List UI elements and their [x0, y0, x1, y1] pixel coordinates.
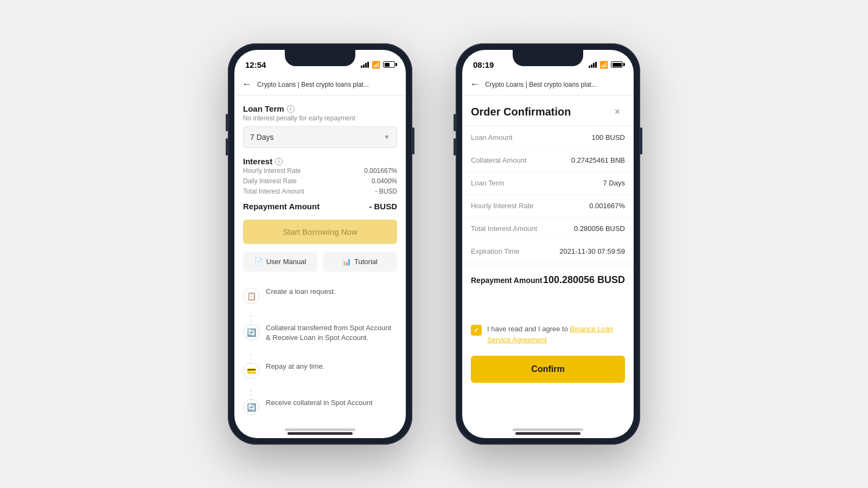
home-indicator-1 [285, 428, 355, 431]
hourly-rate-detail-value: 0.001667% [589, 202, 625, 210]
url-bar-1: Crypto Loans | Best crypto loans plat... [257, 81, 398, 88]
modal-header: Order Confirmation × [462, 95, 634, 126]
collateral-amount-row: Collateral Amount 0.27425461 BNB [462, 149, 634, 172]
tutorial-icon: 📊 [342, 258, 351, 266]
time-2: 08:19 [473, 60, 494, 69]
loan-amount-row: Loan Amount 100 BUSD [462, 126, 634, 149]
phone2-power [640, 127, 642, 155]
phone-2-notch [513, 50, 583, 66]
back-arrow-1[interactable]: ← [242, 79, 252, 90]
repayment-section: Repayment Amount 100.280056 BUSD [462, 265, 634, 294]
loan-term-detail-label: Loan Term [471, 179, 504, 187]
expiration-time-row: Expiration Time 2021-11-30 07:59:59 [462, 240, 634, 263]
repayment-amount-row: Repayment Amount - BUSD [243, 202, 397, 211]
vol-dn-btn [226, 138, 228, 156]
phone-1-notch [285, 50, 355, 66]
phone-1: 12:54 📶 ← Crypto Loans | [228, 43, 412, 445]
total-interest-detail-row: Total Interest Amount 0.280056 BUSD [462, 217, 634, 240]
steps-list: 📋 Create a loan request. 🔄 Collateral tr… [243, 282, 397, 421]
hourly-rate-detail-label: Hourly Interest Rate [471, 202, 534, 210]
loan-term-label: Loan Term i [243, 104, 397, 113]
agreement-text: I have read and I agree to Binance Loan … [487, 324, 625, 345]
repayment-row: Repayment Amount 100.280056 BUSD [471, 274, 625, 286]
home-bar-2 [515, 432, 580, 435]
phone2-vol-dn [454, 138, 456, 156]
total-interest-detail-value: 0.280056 BUSD [574, 224, 625, 233]
vol-up-btn [226, 114, 228, 131]
user-manual-icon: 📄 [254, 258, 263, 266]
tutorial-button[interactable]: 📊 Tutorial [323, 252, 397, 272]
step-2-text: Collateral transferred from Spot Account… [266, 323, 397, 343]
battery-icon-2 [611, 61, 623, 68]
signal-icon-2 [589, 62, 597, 68]
step-1: 📋 Create a loan request. [243, 287, 397, 304]
user-manual-label: User Manual [266, 258, 307, 266]
spacer [462, 294, 634, 316]
agreement-checkbox[interactable]: ✓ [471, 325, 482, 336]
step-2: 🔄 Collateral transferred from Spot Accou… [243, 323, 397, 343]
agreement-section: ✓ I have read and I agree to Binance Loa… [462, 316, 634, 350]
confirm-btn-wrap: Confirm [462, 350, 634, 391]
step-3-icon: 💳 [243, 363, 259, 379]
step-3-text: Repay at any time. [266, 362, 324, 371]
hourly-rate-row: Hourly Interest Rate 0.001667% [243, 167, 397, 175]
step-1-icon: 📋 [243, 288, 259, 304]
phone2-vol-up [454, 114, 456, 131]
expiration-time-value: 2021-11-30 07:59:59 [559, 247, 625, 255]
browser-bar-2: ← Crypto Loans | Best crypto loans plat.… [462, 74, 634, 95]
loan-term-select[interactable]: 7 Days ▼ [243, 126, 397, 148]
battery-icon-1 [383, 61, 395, 68]
step-4: 🔄 Receive collateral in Spot Account [243, 398, 397, 415]
daily-rate-row: Daily Interest Rate 0.0400% [243, 177, 397, 185]
interest-label: Interest i [243, 157, 397, 166]
loan-amount-label: Loan Amount [471, 133, 513, 142]
step-4-icon: 🔄 [243, 399, 259, 415]
wifi-icon-2: 📶 [599, 61, 608, 69]
repayment-value: 100.280056 BUSD [543, 274, 625, 286]
loan-term-subtext: No interest penalty for early repayment [243, 114, 397, 122]
collateral-amount-value: 0.27425461 BNB [571, 156, 625, 164]
action-buttons: 📄 User Manual 📊 Tutorial [243, 252, 397, 272]
loan-term-detail-row: Loan Term 7 Days [462, 172, 634, 195]
order-confirmation-modal[interactable]: Order Confirmation × Loan Amount 100 BUS… [462, 95, 634, 421]
interest-info-icon[interactable]: i [275, 158, 283, 165]
wifi-icon: 📶 [372, 61, 380, 69]
scene: 12:54 📶 ← Crypto Loans | [0, 0, 868, 488]
home-indicator-2 [513, 428, 583, 431]
tutorial-label: Tutorial [354, 258, 378, 266]
loan-term-info-icon[interactable]: i [287, 105, 295, 113]
power-btn [412, 127, 414, 155]
confirm-button[interactable]: Confirm [471, 356, 625, 383]
chevron-down-icon: ▼ [384, 133, 390, 141]
home-bar-1 [288, 432, 353, 435]
repayment-label: Repayment Amount [471, 276, 542, 285]
step-1-text: Create a loan request. [266, 287, 336, 297]
step-3: 💳 Repay at any time. [243, 362, 397, 379]
user-manual-button[interactable]: 📄 User Manual [243, 252, 317, 272]
hourly-rate-detail-row: Hourly Interest Rate 0.001667% [462, 195, 634, 217]
status-icons-2: 📶 [589, 61, 623, 69]
step-2-icon: 🔄 [243, 324, 259, 341]
collateral-amount-label: Collateral Amount [471, 156, 527, 164]
close-button[interactable]: × [610, 104, 625, 119]
phone1-content[interactable]: Loan Term i No interest penalty for earl… [234, 95, 406, 421]
signal-icon [361, 62, 369, 68]
modal-title: Order Confirmation [471, 106, 571, 118]
step-4-text: Receive collateral in Spot Account [266, 398, 373, 408]
loan-term-detail-value: 7 Days [603, 179, 625, 187]
total-interest-row: Total Interest Amount - BUSD [243, 188, 397, 195]
time-1: 12:54 [245, 60, 266, 69]
loan-amount-value: 100 BUSD [592, 133, 625, 142]
start-borrowing-button[interactable]: Start Borrowing Now [243, 220, 397, 244]
status-icons-1: 📶 [361, 61, 395, 69]
bottom-bar-1 [234, 421, 406, 438]
expiration-time-label: Expiration Time [471, 247, 520, 255]
phone-2: 08:19 📶 ← Crypto Loans | [456, 43, 640, 445]
url-bar-2: Crypto Loans | Best crypto loans plat... [485, 81, 626, 88]
bottom-bar-2 [462, 421, 634, 438]
total-interest-detail-label: Total Interest Amount [471, 224, 537, 233]
browser-bar-1: ← Crypto Loans | Best crypto loans plat.… [234, 74, 406, 95]
back-arrow-2[interactable]: ← [470, 79, 480, 90]
